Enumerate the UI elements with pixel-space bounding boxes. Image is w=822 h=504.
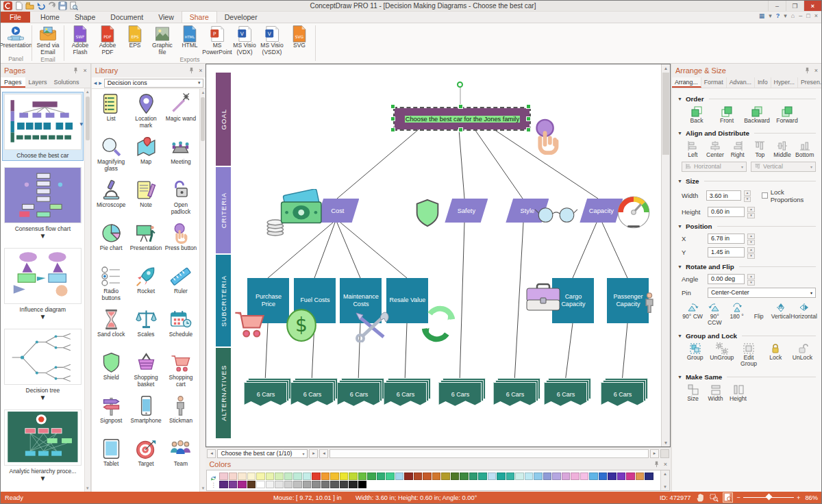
presentation-button[interactable]: Presentation [2,24,29,49]
horizontal-scrollbar[interactable] [329,449,649,458]
send-via-email-button[interactable]: Send via Email [34,24,62,56]
library-item[interactable]: Scales [129,308,164,351]
panels-icon[interactable]: ▦ [759,12,765,19]
section-order[interactable]: ▼Order [677,95,816,103]
color-swatch[interactable] [562,473,571,480]
x-input[interactable]: 6.78 in [708,234,745,244]
color-swatch[interactable] [219,481,228,488]
close-panel-icon[interactable]: × [814,67,818,74]
ribbon-tab[interactable]: Document [103,12,151,23]
align-button[interactable]: Right [726,140,749,158]
alternative-shape[interactable]: 6 Cars [290,382,334,403]
color-swatch[interactable] [349,481,358,488]
section-position[interactable]: ▼Position [677,223,816,230]
zoom-page-icon[interactable] [723,493,732,502]
order-button[interactable]: Back [682,105,712,124]
order-button[interactable]: Backward [742,105,772,124]
color-swatch[interactable] [441,473,450,480]
redo-icon[interactable] [47,1,56,10]
library-item[interactable]: Meeting [164,136,199,179]
group-lock-button[interactable]: Edit Group [735,342,762,368]
color-swatch[interactable] [488,473,497,480]
lock-proportions-checkbox[interactable]: Lock Proportions [762,188,816,203]
ribbon-tab[interactable]: File [1,12,30,23]
scroll-right-icon[interactable]: ▸ [650,449,659,458]
section-make-same[interactable]: ▼Make Same [677,373,816,381]
zoom-slider-thumb[interactable] [766,494,773,501]
zoom-slider[interactable]: − + [737,494,801,501]
color-swatch[interactable] [386,473,395,480]
make-same-button[interactable]: Size [682,383,704,402]
color-swatch[interactable] [321,481,330,488]
export-button[interactable]: SVG SVG [286,24,313,49]
help-caret-icon[interactable]: ▾ [784,12,787,19]
library-item[interactable]: Open padlock [164,179,199,222]
width-stepper[interactable]: ▲▼ [744,190,751,201]
group-lock-button[interactable]: Group [682,342,708,368]
library-item[interactable]: Stickman [164,394,199,438]
zoom-in-icon[interactable]: + [797,494,800,501]
next-page-icon[interactable]: ▸ [309,449,318,458]
color-swatch[interactable] [247,481,256,488]
selection-handle[interactable] [390,116,395,121]
color-swatch[interactable] [266,473,275,480]
rotate-flip-button[interactable]: Flip [748,301,770,327]
color-swatch[interactable] [636,473,645,480]
order-button[interactable]: Front [712,105,742,124]
ribbon-tab[interactable]: Developer [217,12,265,23]
rotation-handle[interactable] [457,81,463,88]
alternative-shape[interactable]: 6 Cars [384,382,427,403]
group-lock-button[interactable]: UnGroup [708,342,735,368]
color-swatch[interactable] [515,473,524,480]
selection-handle[interactable] [526,127,531,132]
diagram-band[interactable]: CRITERIA [216,167,231,253]
library-item[interactable]: Ruler [164,265,199,308]
order-button[interactable]: Forward [772,105,802,124]
section-align[interactable]: ▼Align and Distribute [677,129,816,137]
arrange-panel-tab[interactable]: Presen... [798,77,822,88]
library-item[interactable]: Target [129,438,164,481]
library-item[interactable]: Magnifying glass [94,136,129,179]
scroll-left-icon[interactable]: ◂ [319,449,328,458]
library-item[interactable]: Magic wand [164,92,199,136]
library-item[interactable]: Radio buttons [94,265,129,308]
undo-icon[interactable] [36,1,45,10]
make-same-button[interactable]: Height [727,383,749,402]
color-swatch[interactable] [340,473,349,480]
align-button[interactable]: Top [749,140,771,158]
align-button[interactable]: Left [682,140,704,158]
color-swatch[interactable] [608,473,616,480]
palette-options[interactable]: ⋮ [207,475,219,487]
color-swatch[interactable] [552,473,561,480]
panels-caret-icon[interactable]: ▾ [769,12,772,19]
page-thumbnail-item[interactable]: Analytic hierarchy proce... ▼ [3,408,83,483]
pages-panel-tab[interactable]: Layers [25,77,51,88]
export-button[interactable]: HTML HTML [176,24,203,49]
distribute-horizontal-select[interactable]: Horizontal▾ [682,162,747,172]
make-same-button[interactable]: Width [704,383,727,402]
ribbon-tab[interactable]: Share [182,11,217,23]
color-swatch[interactable] [256,473,265,480]
selection-handle[interactable] [458,104,463,109]
library-item[interactable]: Shopping basket [129,351,164,394]
arrange-panel-tab[interactable]: Info [755,77,771,88]
selection-handle[interactable] [390,127,395,132]
rotate-flip-button[interactable]: 90° CCW [703,301,725,327]
arrange-panel-tab[interactable]: Format [701,77,727,88]
color-swatch[interactable] [534,473,543,480]
ribbon-tab[interactable]: Shape [67,12,103,23]
export-button[interactable]: SWF Adobe Flash [66,24,94,56]
doc-close-icon[interactable]: × [814,12,818,19]
color-swatch[interactable] [395,473,404,480]
close-panel-icon[interactable]: × [83,67,86,74]
rotate-flip-button[interactable]: Vertical [770,301,792,327]
color-swatch[interactable] [599,473,608,480]
color-swatch[interactable] [238,473,247,480]
goal-shape-selected[interactable]: Choose the best car for the Jones family [395,108,530,129]
selection-handle[interactable] [526,104,531,109]
library-item[interactable]: Rocket [129,265,164,308]
align-button[interactable]: Middle [771,140,794,158]
arrange-panel-tab[interactable]: Arrang... [672,77,701,88]
alternative-shape[interactable]: 6 Cars [337,382,380,403]
color-swatch[interactable] [423,473,432,480]
